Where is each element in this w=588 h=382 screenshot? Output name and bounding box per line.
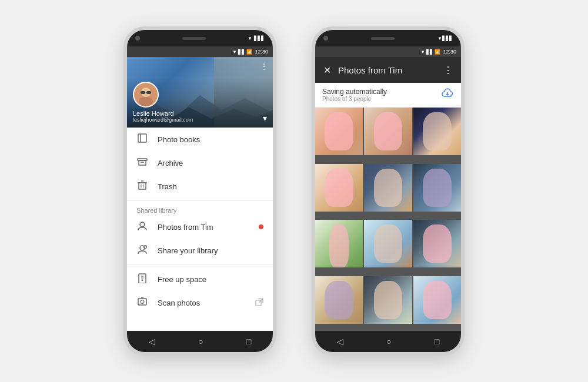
svg-point-26 (141, 300, 144, 304)
nav-home[interactable]: ○ (198, 337, 203, 346)
photo-books-icon (136, 133, 148, 146)
more-button[interactable]: ⋮ (441, 62, 455, 78)
cloud-icon (441, 88, 454, 102)
svg-rect-13 (139, 183, 146, 189)
user-avatar (133, 82, 159, 108)
avatar-svg (134, 83, 158, 106)
menu-section: Photo books Archive Trash Shared library (127, 128, 273, 331)
baby-figure-1 (325, 112, 353, 150)
svg-rect-11 (139, 160, 146, 165)
tim-badge (259, 224, 263, 229)
baby-figure-3 (423, 112, 452, 150)
photo-1[interactable] (315, 108, 363, 155)
menu-item-archive[interactable]: Archive (127, 151, 273, 175)
share-library-icon (136, 244, 148, 257)
app-bar: ✕ Photos from Tim ⋮ (315, 57, 461, 83)
camera-dot (135, 36, 140, 41)
menu-item-photos-from-tim[interactable]: Photos from Tim (127, 215, 273, 239)
photo-3[interactable] (413, 108, 461, 155)
svg-point-4 (139, 97, 153, 106)
photo-4[interactable] (315, 164, 363, 212)
svg-rect-22 (139, 274, 146, 283)
close-button[interactable]: ✕ (321, 62, 333, 78)
user-name: Leslie Howard (133, 110, 267, 117)
saving-title: Saving automatically (322, 88, 387, 96)
phone2-nav-bar: ◁ ○ □ (315, 331, 461, 352)
saving-subtitle: Photos of 3 people (322, 96, 387, 102)
header-more-btn[interactable]: ⋮ (260, 62, 268, 71)
photos-from-tim-label: Photos from Tim (158, 223, 213, 232)
archive-icon (136, 156, 148, 169)
trash-icon (136, 180, 148, 193)
divider-2 (127, 264, 273, 265)
signal-icons: ▼ ▋▋ 📶 (232, 49, 252, 55)
free-space-label: Free up space (158, 275, 206, 284)
phone-1: ▼▋▋▋ ▼ ▋▋ 📶 12:30 (123, 26, 276, 356)
photo-5[interactable] (364, 164, 412, 212)
phone1-nav-bar: ◁ ○ □ (127, 331, 273, 352)
menu-item-free-space[interactable]: Free up space (127, 267, 273, 291)
free-space-icon (136, 273, 148, 286)
header-image: Leslie Howard lesliejhoward@gmail.com ⋮ … (127, 57, 273, 128)
speaker (182, 37, 206, 40)
menu-item-trash[interactable]: Trash (127, 175, 273, 198)
svg-point-18 (140, 222, 145, 227)
phone1-time: 12:30 (255, 49, 268, 55)
nav2-recents[interactable]: □ (435, 337, 439, 346)
phone-top-bar: ▼▋▋▋ (127, 30, 273, 46)
svg-rect-5 (141, 91, 145, 94)
svg-rect-25 (138, 299, 146, 305)
photo-books-label: Photo books (158, 135, 200, 144)
baby-figure-6 (423, 169, 452, 207)
shared-library-title: Shared library (127, 203, 273, 215)
phone2-screen: ▼ ▋▋ 📶 12:30 ✕ Photos from Tim ⋮ Saving … (315, 46, 461, 331)
phone2-signal-icons: ▼ ▋▋ 📶 (420, 49, 440, 55)
nav2-home[interactable]: ○ (386, 337, 391, 346)
menu-item-share-library[interactable]: Share your library (127, 239, 273, 262)
photos-from-tim-icon (136, 220, 148, 233)
trash-label: Trash (158, 182, 177, 191)
menu-item-photo-books[interactable]: Photo books (127, 128, 273, 151)
phone2-status-bar: ▼ ▋▋ 📶 12:30 (315, 46, 461, 57)
baby-figure-11 (374, 281, 403, 319)
baby-figure-5 (374, 169, 403, 207)
baby-figure-4 (325, 169, 353, 207)
phone2-time: 12:30 (443, 49, 456, 55)
archive-label: Archive (158, 159, 183, 167)
baby-figure-8 (374, 224, 403, 263)
photo-2[interactable] (364, 108, 412, 155)
menu-item-scan-photos[interactable]: Scan photos (127, 291, 273, 314)
phone2-top-bar: ▼▋▋▋ (315, 30, 461, 46)
app-bar-title: Photos from Tim (338, 65, 436, 75)
user-email: lesliejhoward@gmail.com (133, 117, 267, 123)
phone1-screen: ▼ ▋▋ 📶 12:30 (127, 46, 273, 331)
nav2-back[interactable]: ◁ (337, 337, 343, 346)
photo-grid (315, 108, 461, 331)
photo-8[interactable] (364, 220, 412, 267)
photo-6[interactable] (413, 164, 461, 212)
phone2-speaker (371, 37, 395, 40)
photo-12[interactable] (413, 276, 461, 324)
phone-2: ▼▋▋▋ ▼ ▋▋ 📶 12:30 ✕ Photos from Tim ⋮ Sa… (312, 26, 465, 356)
baby-figure-10 (325, 281, 353, 319)
baby-figure-7 (329, 224, 349, 267)
status-icons: ▼▋▋▋ (248, 36, 265, 41)
scan-photos-icon (136, 296, 148, 309)
photo-10[interactable] (315, 276, 363, 324)
photo-7[interactable] (315, 220, 363, 267)
saving-info: Saving automatically Photos of 3 people (322, 88, 387, 102)
phone1-status-bar: ▼ ▋▋ 📶 12:30 (127, 46, 273, 57)
header-arrow[interactable]: ▾ (263, 113, 267, 123)
svg-rect-6 (146, 91, 151, 94)
baby-figure-12 (423, 281, 452, 319)
photo-11[interactable] (364, 276, 412, 324)
header-overlay: Leslie Howard lesliejhoward@gmail.com (127, 78, 273, 128)
nav-back[interactable]: ◁ (149, 337, 155, 346)
phone2-status-icons: ▼▋▋▋ (437, 36, 453, 41)
nav-recents[interactable]: □ (246, 337, 251, 346)
svg-rect-8 (138, 134, 146, 142)
photo-9[interactable] (413, 220, 461, 267)
baby-figure-2 (374, 112, 403, 150)
svg-line-21 (144, 247, 145, 248)
share-library-label: Share your library (158, 246, 218, 255)
